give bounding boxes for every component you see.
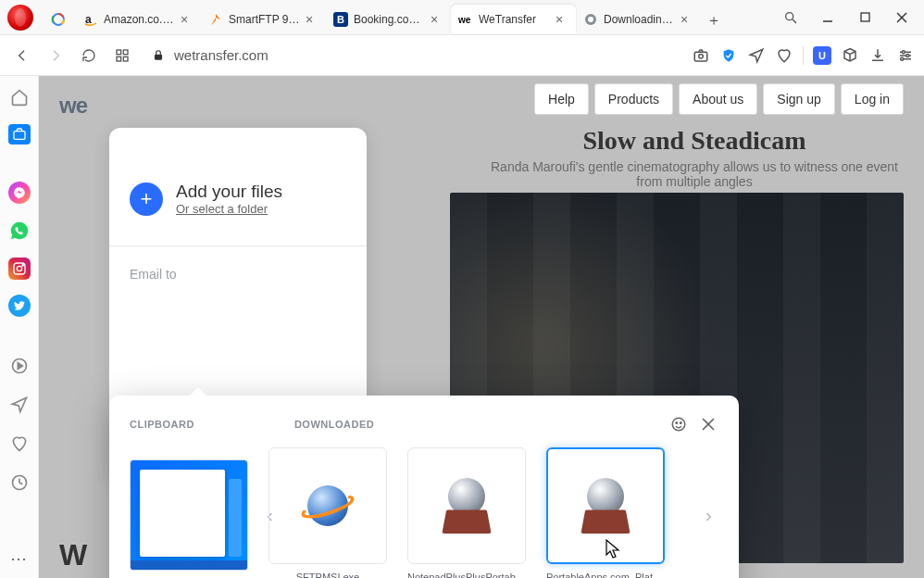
forward-button[interactable] <box>43 43 69 69</box>
easy-setup-icon[interactable] <box>896 46 915 65</box>
page-viewport: we Help Products About us Sign up Log in… <box>39 76 924 578</box>
download-item-notepad[interactable]: NotepadPlusPlusPortab....exe <box>407 447 526 578</box>
new-tab-button[interactable]: ＋ <box>701 8 727 34</box>
svg-rect-26 <box>14 132 25 140</box>
svg-text:B: B <box>337 14 344 25</box>
add-files-title: Add your files <box>176 182 282 202</box>
nav-about[interactable]: About us <box>679 83 757 115</box>
svg-point-34 <box>672 418 685 431</box>
wetransfer-wordmark: W <box>59 538 87 572</box>
sidebar-history-icon[interactable] <box>7 471 31 495</box>
tab-booking[interactable]: B Booking.com | O × <box>326 5 451 34</box>
svg-point-28 <box>17 266 21 270</box>
tab-close-icon[interactable]: × <box>181 13 194 26</box>
svg-point-6 <box>786 12 793 19</box>
smartftp-favicon-icon <box>208 12 223 27</box>
svg-point-29 <box>22 265 23 266</box>
download-item-portableapps[interactable]: PortableApps.com_Plat....exe <box>546 447 665 578</box>
tab-amazon[interactable]: a Amazon.co.uk: L × <box>76 5 201 34</box>
sidebar-messenger-icon[interactable] <box>8 182 31 204</box>
snapshot-icon[interactable] <box>692 46 710 65</box>
tab-label: Amazon.co.uk: L <box>104 13 175 26</box>
paste-download-popup: CLIPBOARD DOWNLOADED ‹ <box>109 396 739 578</box>
wetransfer-logo-icon[interactable]: we <box>59 93 87 119</box>
booking-favicon-icon: B <box>333 12 348 27</box>
tab-google[interactable] <box>41 5 76 34</box>
svg-point-35 <box>676 422 678 424</box>
tab-wetransfer[interactable]: we WeTransfer × <box>451 5 576 34</box>
address-bar-row: wetransfer.com U <box>0 35 924 76</box>
nav-help[interactable]: Help <box>534 83 589 115</box>
top-nav: Help Products About us Sign up Log in <box>534 83 904 115</box>
popup-close-button[interactable] <box>698 414 718 434</box>
emoji-button-icon[interactable] <box>668 414 689 434</box>
svg-point-36 <box>681 422 682 424</box>
tab-close-icon[interactable]: × <box>306 13 318 26</box>
maximize-button[interactable] <box>854 6 876 29</box>
select-folder-link[interactable]: Or select a folder <box>176 202 282 216</box>
tab-downloading[interactable]: Downloading | P × <box>576 5 701 34</box>
nav-signup[interactable]: Sign up <box>763 83 834 115</box>
address-bar[interactable]: wetransfer.com <box>143 41 684 70</box>
opera-logo-icon[interactable] <box>7 5 33 31</box>
svg-marker-31 <box>18 363 22 370</box>
svg-marker-19 <box>750 49 763 62</box>
svg-rect-9 <box>861 13 869 21</box>
speed-dial-button[interactable] <box>109 43 135 69</box>
sidebar-player-icon[interactable] <box>7 354 31 378</box>
add-files-row[interactable]: + Add your files Or select a folder <box>130 165 346 240</box>
svg-rect-16 <box>155 54 162 59</box>
tab-smartftp[interactable]: SmartFTP 9.0.28 × <box>201 5 326 34</box>
sidebar-more-button[interactable]: ⋯ <box>10 548 29 569</box>
svg-marker-32 <box>12 398 26 412</box>
browser-body: ⋯ we Help Products About us Sign up Log … <box>0 76 924 578</box>
download-label: SFTPMSI.exe <box>268 572 387 578</box>
tab-label: Booking.com | O <box>354 13 425 26</box>
search-tabs-icon[interactable] <box>780 6 802 29</box>
bookmark-icon[interactable] <box>775 46 793 65</box>
tab-label: WeTransfer <box>479 13 550 26</box>
extension-u-icon[interactable]: U <box>813 46 831 65</box>
url-text: wetransfer.com <box>174 47 268 63</box>
reload-button[interactable] <box>76 43 102 69</box>
clipboard-thumbnail[interactable] <box>130 459 248 571</box>
close-window-button[interactable] <box>891 6 913 29</box>
plus-icon[interactable]: + <box>130 182 163 216</box>
installer-icon <box>578 478 633 534</box>
tab-label: SmartFTP 9.0.28 <box>229 13 300 26</box>
downloaded-group: ‹ SFTPMSI.exe NotepadPlusPlusPortab.. <box>268 447 718 578</box>
tab-close-icon[interactable]: × <box>556 13 568 26</box>
sidebar-whatsapp-icon[interactable] <box>7 219 31 243</box>
svg-rect-15 <box>123 57 128 61</box>
nav-login[interactable]: Log in <box>841 83 904 115</box>
nav-products[interactable]: Products <box>594 83 673 115</box>
svg-line-7 <box>793 19 796 23</box>
tab-close-icon[interactable]: × <box>681 13 693 26</box>
download-tray-icon[interactable] <box>868 46 887 65</box>
sidebar-send-icon[interactable] <box>7 393 31 417</box>
sidebar-pinboards-icon[interactable] <box>7 432 31 456</box>
email-to-field[interactable]: Email to <box>130 252 346 282</box>
browser-window: a Amazon.co.uk: L × SmartFTP 9.0.28 × B … <box>0 0 924 578</box>
minimize-button[interactable] <box>817 6 839 29</box>
chevron-right-icon[interactable]: › <box>705 505 722 526</box>
popup-arrow-icon <box>189 387 207 396</box>
download-item-sftp[interactable]: SFTPMSI.exe <box>268 447 387 578</box>
svg-rect-12 <box>117 50 121 55</box>
portableapps-favicon-icon <box>583 12 598 27</box>
google-favicon-icon <box>51 12 66 27</box>
sidebar-workspaces-icon[interactable] <box>8 124 31 144</box>
send-icon[interactable] <box>747 46 766 65</box>
extension-cube-icon[interactable] <box>841 46 859 65</box>
back-button[interactable] <box>9 43 35 69</box>
lock-icon <box>152 49 165 62</box>
tab-close-icon[interactable]: × <box>431 13 443 26</box>
popup-header: CLIPBOARD DOWNLOADED <box>130 414 718 434</box>
sidebar-twitter-icon[interactable] <box>8 295 31 317</box>
sidebar-home-icon[interactable] <box>7 85 31 109</box>
sidebar-instagram-icon[interactable] <box>8 258 31 280</box>
shield-icon[interactable] <box>719 46 738 65</box>
svg-rect-14 <box>117 57 121 61</box>
divider <box>109 245 367 246</box>
hero-subtitle: Randa Maroufi's gentle cinematography al… <box>481 159 907 189</box>
